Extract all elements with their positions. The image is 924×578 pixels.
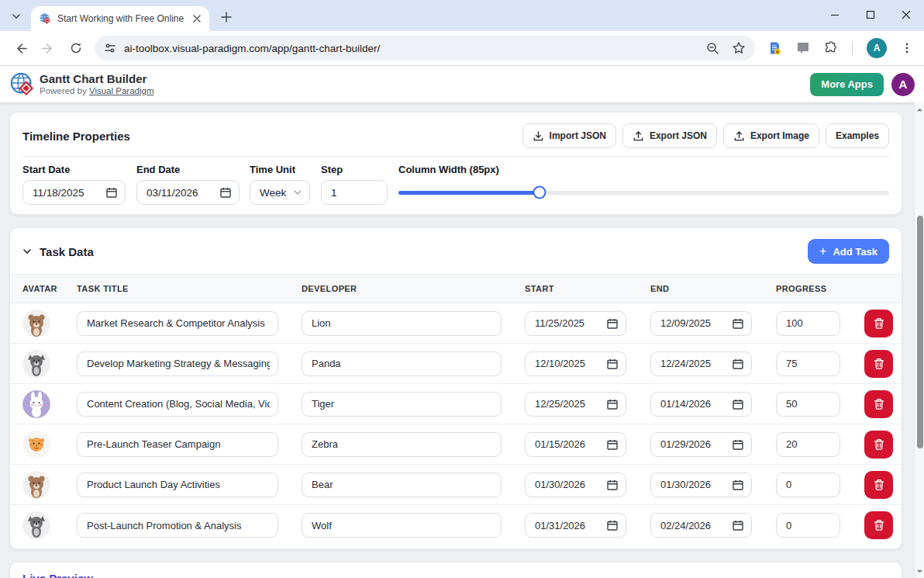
column-width-slider[interactable] xyxy=(398,191,889,195)
start-date-input[interactable]: 12/25/2025 xyxy=(525,392,626,417)
developer-input[interactable]: Wolf xyxy=(302,513,502,538)
end-date-input[interactable]: 01/29/2026 xyxy=(650,432,752,457)
tab-title: Start Working with Free Online xyxy=(57,13,191,24)
tab-favicon xyxy=(39,12,51,25)
browser-menu-icon[interactable] xyxy=(901,42,913,54)
progress-input[interactable]: 20 xyxy=(776,432,840,457)
site-settings-icon[interactable] xyxy=(104,42,116,54)
delete-task-button[interactable] xyxy=(864,390,893,418)
window-close-button[interactable] xyxy=(888,0,924,29)
window-maximize-button[interactable] xyxy=(853,0,888,29)
more-apps-button[interactable]: More Apps xyxy=(810,73,884,96)
end-date-input[interactable]: 01/14/2026 xyxy=(650,392,752,417)
live-preview-card: Live Preview xyxy=(9,562,902,578)
chat-extension-icon[interactable] xyxy=(796,41,810,55)
url-text[interactable]: ai-toolbox.visual-paradigm.com/app/gantt… xyxy=(124,43,706,54)
back-button[interactable] xyxy=(7,35,33,61)
reload-button[interactable] xyxy=(63,35,89,61)
slider-thumb[interactable] xyxy=(533,186,546,199)
developer-input[interactable]: Lion xyxy=(302,311,502,336)
export-icon xyxy=(633,130,644,142)
start-date-input[interactable]: 01/30/2026 xyxy=(525,472,626,497)
window-minimize-button[interactable] xyxy=(817,0,853,29)
start-date-input[interactable]: 01/31/2026 xyxy=(525,513,626,538)
start-date-input[interactable]: 11/18/2025 xyxy=(22,180,126,205)
app-header: Gantt Chart Builder Powered by Visual Pa… xyxy=(0,66,924,102)
calendar-icon xyxy=(607,479,618,490)
bookmark-star-icon[interactable] xyxy=(732,41,746,55)
delete-task-button[interactable] xyxy=(864,431,893,459)
table-row: Content Creation (Blog, Social Media, Vi… xyxy=(10,384,902,424)
new-tab-button[interactable] xyxy=(215,6,237,28)
end-date-input[interactable]: 01/30/2026 xyxy=(650,472,752,497)
delete-task-button[interactable] xyxy=(864,471,893,499)
progress-input[interactable]: 0 xyxy=(776,513,840,538)
end-date-input[interactable]: 12/24/2025 xyxy=(650,351,752,376)
extensions-puzzle-icon[interactable] xyxy=(824,41,838,55)
table-row: Develop Marketing Strategy & MessagingPa… xyxy=(10,344,902,384)
time-unit-select[interactable]: Week xyxy=(250,180,310,205)
task-title-input[interactable]: Product Launch Day Activities xyxy=(77,472,278,497)
developer-input[interactable]: Panda xyxy=(302,351,502,376)
app-title-block: Gantt Chart Builder Powered by Visual Pa… xyxy=(40,72,153,96)
export-json-button[interactable]: Export JSON xyxy=(622,123,717,148)
browser-tab[interactable]: Start Working with Free Online xyxy=(31,6,209,31)
page-scrollbar[interactable] xyxy=(914,102,924,578)
end-date-input[interactable]: 03/11/2026 xyxy=(136,180,240,205)
trash-icon xyxy=(873,479,885,491)
start-date-input[interactable]: 01/15/2026 xyxy=(525,432,626,457)
scroll-up-arrow[interactable] xyxy=(915,104,924,115)
progress-input[interactable]: 100 xyxy=(776,311,840,336)
task-title-input[interactable]: Pre-Launch Teaser Campaign xyxy=(77,432,278,457)
start-date-input[interactable]: 12/10/2025 xyxy=(525,351,626,376)
tab-close-icon[interactable] xyxy=(191,12,203,25)
task-title-input[interactable]: Develop Marketing Strategy & Messaging xyxy=(77,351,278,376)
delete-task-button[interactable] xyxy=(864,310,893,337)
task-title-input[interactable]: Content Creation (Blog, Social Media, Vi… xyxy=(77,392,278,417)
task-title-input[interactable]: Market Research & Competitor Analysis xyxy=(77,311,278,336)
scrollbar-thumb[interactable] xyxy=(917,216,923,448)
task-title-input[interactable]: Post-Launch Promotion & Analysis xyxy=(77,513,278,538)
app-logo xyxy=(9,71,36,98)
delete-task-button[interactable] xyxy=(864,511,893,539)
examples-button[interactable]: Examples xyxy=(826,123,889,148)
avatar-wolf xyxy=(22,511,50,539)
browser-profile-avatar[interactable]: A xyxy=(867,38,887,58)
table-row: Market Research & Competitor AnalysisLio… xyxy=(10,303,902,344)
progress-input[interactable]: 50 xyxy=(776,392,840,417)
step-input[interactable]: 1 xyxy=(321,180,388,205)
calendar-icon xyxy=(607,318,618,329)
calendar-icon xyxy=(733,479,743,490)
tab-search-icon[interactable] xyxy=(6,6,26,26)
trash-icon xyxy=(873,398,885,410)
developer-input[interactable]: Bear xyxy=(302,472,502,497)
window-controls xyxy=(817,0,924,29)
zoom-icon[interactable] xyxy=(706,42,719,55)
progress-input[interactable]: 75 xyxy=(776,351,840,376)
start-date-input[interactable]: 11/25/2025 xyxy=(525,311,626,336)
developer-input[interactable]: Zebra xyxy=(302,432,502,457)
import-json-button[interactable]: Import JSON xyxy=(522,123,616,148)
browser-toolbar: ai-toolbox.visual-paradigm.com/app/gantt… xyxy=(0,31,924,66)
task-data-toggle[interactable]: Task Data xyxy=(22,245,94,258)
user-avatar[interactable]: A xyxy=(891,73,915,96)
end-date-input[interactable]: 02/24/2026 xyxy=(650,513,752,538)
developer-input[interactable]: Tiger xyxy=(302,392,502,417)
table-row: Pre-Launch Teaser CampaignZebra01/15/202… xyxy=(10,424,902,465)
column-header-start: START xyxy=(525,284,650,293)
scroll-down-arrow[interactable] xyxy=(915,566,924,576)
delete-task-button[interactable] xyxy=(864,350,893,378)
task-data-title: Task Data xyxy=(40,245,94,258)
end-date-input[interactable]: 12/09/2025 xyxy=(650,311,752,336)
visual-paradigm-link[interactable]: Visual Paradigm xyxy=(89,86,154,95)
time-unit-label: Time Unit xyxy=(250,164,310,175)
progress-input[interactable]: 0 xyxy=(776,472,840,497)
chevron-down-icon xyxy=(294,189,302,196)
docs-extension-icon[interactable] xyxy=(767,41,782,56)
address-bar[interactable]: ai-toolbox.visual-paradigm.com/app/gantt… xyxy=(95,36,755,61)
live-preview-title: Live Preview xyxy=(22,572,889,578)
calendar-icon xyxy=(733,520,743,531)
add-task-button[interactable]: + Add Task xyxy=(808,239,889,264)
export-image-button[interactable]: Export Image xyxy=(723,123,819,148)
forward-button[interactable] xyxy=(35,35,61,61)
